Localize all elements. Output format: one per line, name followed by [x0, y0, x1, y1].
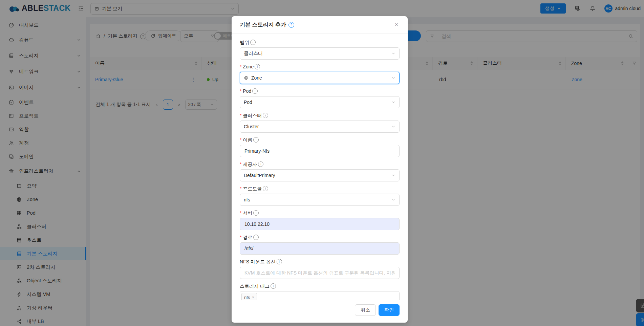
nfs-mount-options-input[interactable]	[244, 270, 395, 276]
chevron-down-icon	[391, 198, 395, 202]
field-scope: 범위i 클러스터	[240, 39, 400, 60]
provider-select[interactable]: DefaultPrimary	[240, 169, 400, 181]
chevron-down-icon	[391, 125, 395, 129]
protocol-select[interactable]: nfs	[240, 194, 400, 206]
chevron-down-icon	[391, 51, 395, 56]
field-nfs-options: NFS 마운트 옵션i	[240, 258, 400, 279]
server-input[interactable]	[244, 221, 395, 227]
nfs-options-field-wrap	[240, 267, 400, 279]
field-protocol: 프로토콜i nfs	[240, 185, 400, 206]
path-field-wrap	[240, 242, 400, 255]
scope-select[interactable]: 클러스터	[240, 47, 400, 60]
name-field-wrap	[240, 145, 400, 157]
cancel-button[interactable]: 취소	[355, 304, 376, 316]
info-circle-icon[interactable]: i	[253, 137, 259, 143]
chevron-down-icon	[391, 76, 395, 80]
info-circle-icon[interactable]: i	[253, 235, 259, 240]
field-cluster: 클러스터i Cluster	[240, 112, 400, 133]
field-path: 경로i	[240, 234, 400, 255]
field-provider: 제공자i DefaultPrimary	[240, 161, 400, 181]
field-storage-tags: 스토리지 태그i nfs×	[240, 283, 400, 300]
info-circle-icon[interactable]: i	[252, 88, 258, 94]
pod-select[interactable]: Pod	[240, 96, 400, 108]
field-zone: Zonei Zone	[240, 63, 400, 84]
info-circle-icon[interactable]: i	[255, 64, 260, 69]
field-pod: Podi Pod	[240, 88, 400, 108]
info-circle-icon[interactable]: i	[271, 283, 276, 289]
cluster-select[interactable]: Cluster	[240, 121, 400, 133]
server-field-wrap	[240, 218, 400, 230]
question-circle-icon[interactable]: ?	[288, 22, 294, 28]
ok-button[interactable]: 확인	[379, 304, 400, 316]
modal-title: 기본 스토리지 추가	[240, 21, 286, 28]
path-input[interactable]	[244, 245, 395, 252]
globe-icon	[244, 75, 249, 80]
info-circle-icon[interactable]: i	[258, 161, 263, 167]
tag-remove-icon[interactable]: ×	[252, 295, 254, 299]
info-circle-icon[interactable]: i	[263, 186, 268, 191]
tag-chip: nfs×	[241, 293, 257, 300]
modal-header: 기본 스토리지 추가 ? ×	[232, 16, 408, 34]
storage-tags-input[interactable]: nfs×	[240, 291, 400, 300]
add-primary-storage-modal: 기본 스토리지 추가 ? × 범위i 클러스터 Zonei Zone Podi …	[232, 16, 408, 323]
info-circle-icon[interactable]: i	[263, 113, 268, 118]
modal-body: 범위i 클러스터 Zonei Zone Podi Pod 클러스터i Clust…	[232, 34, 408, 300]
field-name: 이름i	[240, 136, 400, 157]
info-circle-icon[interactable]: i	[277, 259, 282, 264]
info-circle-icon[interactable]: i	[250, 40, 256, 45]
name-input[interactable]	[244, 148, 395, 154]
chevron-down-icon	[391, 100, 395, 104]
modal-footer: 취소 확인	[232, 300, 408, 323]
chevron-down-icon	[391, 173, 395, 177]
field-server: 서버i	[240, 210, 400, 230]
zone-select[interactable]: Zone	[240, 72, 400, 84]
close-icon[interactable]: ×	[393, 20, 400, 29]
info-circle-icon[interactable]: i	[253, 210, 259, 216]
